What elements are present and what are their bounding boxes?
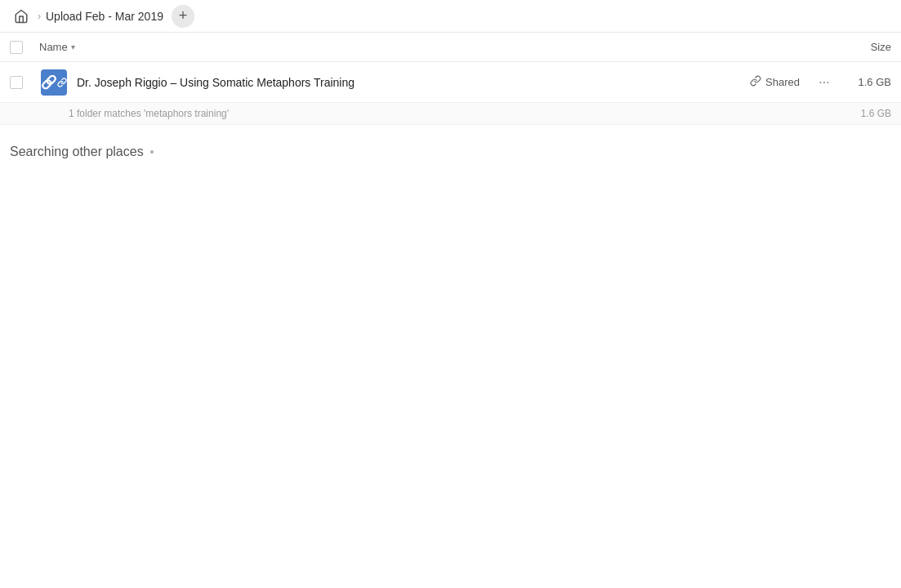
checkbox-all[interactable] [10, 41, 23, 54]
match-info-text: 1 folder matches 'metaphors training' [69, 108, 842, 119]
home-button[interactable] [10, 5, 33, 28]
searching-section: Searching other places [0, 125, 901, 169]
header-bar: › Upload Feb - Mar 2019 + [0, 0, 901, 33]
searching-title: Searching other places [10, 145, 891, 159]
sort-arrow-icon: ▾ [71, 42, 75, 51]
file-row[interactable]: Dr. Joseph Riggio – Using Somatic Metaph… [0, 62, 901, 103]
shared-badge: Shared [750, 75, 800, 89]
match-info-row: 1 folder matches 'metaphors training' 1.… [0, 103, 901, 125]
add-button[interactable]: + [172, 5, 194, 28]
file-size: 1.6 GB [842, 76, 891, 88]
shared-label: Shared [765, 76, 800, 88]
link-icon [750, 75, 761, 89]
name-column-header[interactable]: Name ▾ [39, 41, 826, 53]
file-row-checkbox[interactable] [10, 76, 39, 89]
select-all-checkbox[interactable] [10, 41, 39, 54]
loading-indicator [150, 150, 154, 154]
breadcrumb-title: Upload Feb - Mar 2019 [46, 10, 163, 23]
file-name: Dr. Joseph Riggio – Using Somatic Metaph… [77, 76, 750, 89]
more-options-button[interactable]: ··· [813, 71, 836, 94]
match-info-size: 1.6 GB [842, 108, 891, 119]
shared-folder-icon [41, 69, 67, 96]
folder-icon [39, 68, 69, 97]
table-header: Name ▾ Size [0, 33, 901, 62]
size-column-header: Size [826, 41, 891, 53]
breadcrumb-chevron: › [38, 11, 41, 22]
